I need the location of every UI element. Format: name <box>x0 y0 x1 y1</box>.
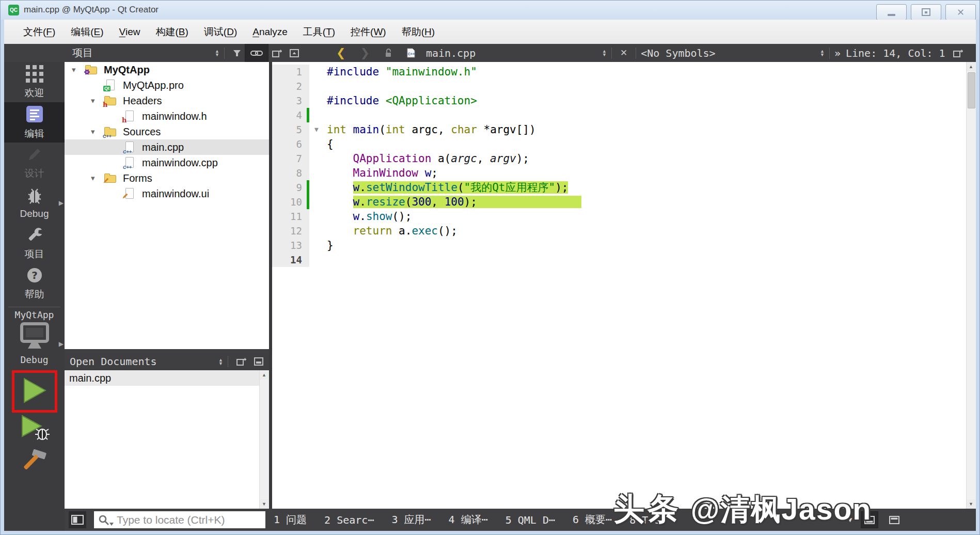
close-button[interactable]: ✕ <box>945 4 976 20</box>
open-documents-pane-spinner[interactable]: ▲▼ <box>218 358 223 365</box>
code-line-8[interactable]: 8 MainWindow w; <box>272 166 976 180</box>
menu-item-1[interactable]: 编辑(E) <box>63 20 111 44</box>
tree-item-MyQtApp.pro[interactable]: Qt MyQtApp.pro <box>65 77 269 93</box>
line-number: 4 <box>272 108 309 122</box>
mode-欢迎[interactable]: 欢迎 <box>4 62 65 102</box>
fold-column <box>309 180 324 195</box>
minimize-icon <box>888 14 895 16</box>
go-back-icon[interactable]: ❮ <box>333 44 349 62</box>
scroll-up-icon[interactable]: ▲ <box>260 370 268 380</box>
mode-帮助[interactable]: ? 帮助 <box>4 263 65 304</box>
run-button[interactable] <box>12 370 57 413</box>
open-document-selector[interactable]: main.cpp <box>426 47 476 59</box>
tree-item-main.cpp[interactable]: C++ main.cpp <box>65 139 269 155</box>
kit-menu-arrow-icon[interactable]: ▶ <box>59 340 64 348</box>
split-pane-icon[interactable] <box>268 44 286 62</box>
line-number: 2 <box>272 79 309 93</box>
mode-Debug[interactable]: Debug ▶ <box>4 183 65 223</box>
mode-项目[interactable]: 项目 <box>4 223 65 263</box>
tree-item-mainwindow.h[interactable]: h mainwindow.h <box>65 108 269 124</box>
split-editor-icon[interactable] <box>950 44 967 62</box>
kit-selector-button[interactable]: ▶ Debug <box>4 322 65 365</box>
scrollbar-thumb[interactable] <box>968 72 975 108</box>
fold-marker-icon[interactable]: ▼ <box>309 122 324 137</box>
tree-item-mainwindow.cpp[interactable]: C++ mainwindow.cpp <box>65 155 269 170</box>
output-pane-button-3[interactable]: 3 应用⋯ <box>391 513 431 527</box>
code-line-2[interactable]: 2 <box>272 79 976 93</box>
code-line-11[interactable]: 11 w.show(); <box>272 209 976 224</box>
code-editor[interactable]: 1 #include "mainwindow.h" 2 3 #include <… <box>269 62 976 509</box>
filter-icon[interactable] <box>229 44 245 62</box>
title-bar[interactable]: QC main.cpp @ MyQtApp - Qt Creator ✕ <box>0 0 980 20</box>
locator[interactable] <box>94 511 265 528</box>
mode-menu-arrow-icon[interactable]: ▶ <box>59 199 64 207</box>
tree-item-Headers[interactable]: ▾ h Headers <box>65 93 269 108</box>
tree-item-Sources[interactable]: ▾ C++ Sources <box>65 124 269 139</box>
fold-column <box>309 151 324 166</box>
document-spinner[interactable]: ▲▼ <box>602 50 607 56</box>
tree-item-mainwindow.ui[interactable]: mainwindow.ui <box>65 186 269 201</box>
open-documents-close-pane-icon[interactable] <box>250 353 269 371</box>
mode-label: 帮助 <box>25 288 44 301</box>
close-pane-icon[interactable] <box>286 44 303 62</box>
open-document-main.cpp[interactable]: main.cpp <box>65 370 269 386</box>
go-forward-icon[interactable]: ❯ <box>356 44 373 62</box>
toggle-sidebar-button[interactable] <box>69 511 86 528</box>
open-documents-list: main.cpp ▲ ▼ <box>65 370 269 509</box>
output-pane-button-5[interactable]: 5 QML D⋯ <box>505 514 555 526</box>
code-line-13[interactable]: 13 } <box>272 238 976 253</box>
locator-input[interactable] <box>117 514 265 526</box>
cursor-position-label: Line: 14, Col: 1 <box>846 47 945 59</box>
tree-item-label: Sources <box>123 126 161 138</box>
menu-item-5[interactable]: Analyze <box>245 20 295 44</box>
code-line-9[interactable]: 9 w.setWindowTitle("我的Qt应用程序"); <box>272 180 976 195</box>
file-h-icon: h <box>123 111 137 122</box>
build-button[interactable] <box>20 448 49 479</box>
mode-编辑[interactable]: 编辑 <box>4 102 65 143</box>
minimize-button[interactable] <box>876 4 907 20</box>
tree-item-Forms[interactable]: ▾ Forms <box>65 170 269 186</box>
tree-item-MyQtApp[interactable]: ▾ MyQtApp <box>65 62 269 77</box>
maximize-icon <box>922 8 930 16</box>
code-line-6[interactable]: 6 { <box>272 137 976 151</box>
symbol-spinner[interactable]: ▲▼ <box>820 50 825 56</box>
scroll-down-icon[interactable]: ▼ <box>260 499 268 509</box>
code-line-12[interactable]: 12 return a.exec(); <box>272 224 976 238</box>
debug-run-button[interactable] <box>20 415 50 444</box>
pane-selector-spinner[interactable]: ▲▼ <box>215 50 219 56</box>
folder-form-icon <box>104 172 118 184</box>
code-line-3[interactable]: 3 #include <QApplication> <box>272 93 976 108</box>
scroll-up-icon[interactable]: ▲ <box>967 62 975 71</box>
toolbar-overflow-chevron[interactable]: » <box>834 47 841 59</box>
code-line-5[interactable]: 5 ▼ int main(int argc, char *argv[]) <box>272 122 976 137</box>
menu-item-4[interactable]: 调试(D) <box>196 20 245 44</box>
menu-item-0[interactable]: 文件(F) <box>15 20 63 44</box>
code-line-4[interactable]: 4 <box>272 108 976 122</box>
close-document-icon[interactable]: ✕ <box>617 44 631 62</box>
code-line-1[interactable]: 1 #include "mainwindow.h" <box>272 65 976 79</box>
code-line-14[interactable]: 14 <box>272 253 976 267</box>
symbol-selector[interactable]: <No Symbols> <box>641 47 716 59</box>
fold-column <box>309 209 324 224</box>
line-number: 6 <box>272 137 309 151</box>
menu-item-8[interactable]: 帮助(H) <box>394 20 442 44</box>
menu-item-7[interactable]: 控件(W) <box>343 20 394 44</box>
menu-item-2[interactable]: View <box>112 20 148 44</box>
output-pane-button-4[interactable]: 4 编译⋯ <box>449 513 488 527</box>
output-pane-button-6[interactable]: 6 概要⋯ <box>573 513 612 527</box>
output-pane-button-1[interactable]: 1 问题 <box>274 513 307 527</box>
maximize-button[interactable] <box>911 4 941 20</box>
code-line-7[interactable]: 7 QApplication a(argc, argv); <box>272 151 976 166</box>
project-pane-title: 项目 <box>72 46 93 60</box>
question-icon: ? <box>26 266 43 286</box>
editor-scrollbar[interactable]: ▲ ▼ <box>966 62 976 509</box>
open-documents-split-icon[interactable] <box>233 353 250 371</box>
menu-item-3[interactable]: 构建(B) <box>148 20 196 44</box>
open-documents-scrollbar[interactable]: ▲ ▼ <box>259 370 269 509</box>
scroll-down-icon[interactable]: ▼ <box>967 499 975 509</box>
output-pane-button-2[interactable]: 2 Searc⋯ <box>324 514 374 526</box>
maximize-output-pane-icon[interactable] <box>886 511 903 528</box>
menu-item-6[interactable]: 工具(T) <box>295 20 343 44</box>
code-line-10[interactable]: 10 w.resize(300, 100); <box>272 195 976 209</box>
sync-with-editor-icon[interactable] <box>245 44 268 62</box>
